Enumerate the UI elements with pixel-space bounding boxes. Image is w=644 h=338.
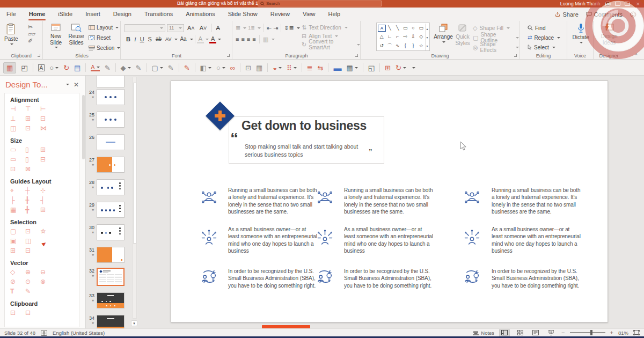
font-name-combo[interactable] — [125, 24, 165, 32]
tab-help[interactable]: Help — [322, 8, 347, 21]
cut-icon[interactable]: ✂ — [28, 24, 35, 30]
slide-thumbnail[interactable] — [97, 202, 125, 218]
search-input[interactable] — [266, 1, 363, 6]
justify-icon[interactable]: ≡ — [252, 36, 255, 42]
tab-view[interactable]: View — [296, 8, 322, 21]
media-icon[interactable]: ▦ — [346, 64, 357, 71]
add-element-icon[interactable]: ⊞ — [385, 64, 391, 71]
clipboard-paste-tool-icon[interactable]: ⊟ — [25, 309, 40, 317]
character-spacing-button[interactable]: AV — [164, 35, 173, 43]
tab-slide-show[interactable]: Slide Show — [222, 8, 264, 21]
tab-file[interactable]: File — [0, 8, 23, 21]
format-painter-icon[interactable]: ✐ — [28, 38, 35, 44]
select-invert-tool-icon[interactable]: ⊟ — [25, 247, 40, 255]
sound-icon[interactable]: ◱ — [368, 64, 375, 71]
align-right-tool-icon[interactable]: ⊢ — [40, 105, 55, 113]
columns-icon[interactable]: ▥ — [263, 36, 268, 42]
slide-thumbnail[interactable] — [97, 134, 125, 150]
format-brush-icon[interactable]: ↻ — [63, 64, 69, 71]
slide-title[interactable]: Get down to business — [241, 119, 367, 133]
gradient-icon[interactable]: ◧ — [200, 64, 211, 71]
select-same-fill-tool-icon[interactable]: ▢ — [10, 227, 25, 236]
align-right-icon[interactable]: ≡ — [247, 36, 250, 42]
panel-scrollbar[interactable] — [82, 95, 85, 159]
shape-gallery-icon[interactable]: ○ — [49, 64, 58, 71]
shapes-gallery-scrollbar[interactable]: ▲▼▼ — [425, 24, 429, 50]
same-height-tool-icon[interactable]: ▯ — [25, 146, 40, 154]
shrink-font-button[interactable]: A˅ — [198, 24, 209, 32]
shape-effects-button[interactable]: ◎Shape Effects — [473, 43, 519, 51]
line-spacing-icon[interactable]: ⇕≣ — [284, 25, 294, 31]
guide-table-tool-icon[interactable]: ⊞ — [40, 206, 55, 214]
guide-full-tool-icon[interactable]: ╋ — [25, 206, 40, 214]
tab-home[interactable]: Home — [23, 8, 52, 21]
right-brace-shape-icon[interactable]: } — [409, 41, 418, 50]
aspect-ratio-icon[interactable]: ▦ — [256, 64, 262, 71]
strikethrough-button[interactable]: ab — [154, 35, 163, 43]
paint-bucket-icon[interactable]: ◒ — [273, 64, 282, 71]
rectangle-shape-icon[interactable]: ▭ — [401, 24, 409, 32]
vector-fragment-tool-icon[interactable]: ⊗ — [40, 278, 55, 286]
guide-left-tool-icon[interactable]: ├ — [10, 196, 25, 204]
select-button[interactable]: Select — [528, 43, 560, 51]
panel-dropdown-icon[interactable] — [66, 84, 69, 85]
person-bulb-recognition-icon[interactable] — [316, 268, 334, 285]
slide-sorter-view-button[interactable] — [515, 329, 525, 336]
dictate-button[interactable]: Dictate — [571, 23, 590, 43]
slide-thumbnail[interactable] — [97, 247, 125, 263]
normal-view-button[interactable] — [499, 329, 510, 336]
thumbnails-scrollbar[interactable] — [133, 77, 137, 319]
shape-outline-button[interactable]: ▢Shape Outline — [473, 34, 519, 41]
one-click-optimize-icon[interactable]: ◰ — [21, 64, 27, 71]
text-shadow-button[interactable]: S — [147, 35, 153, 43]
feedback-smiley-icon[interactable] — [630, 11, 636, 18]
layout-button[interactable]: Layout — [89, 24, 120, 32]
person-network-icon[interactable] — [463, 188, 481, 206]
slide-thumbnail[interactable] — [97, 157, 125, 173]
present-online-icon[interactable] — [615, 2, 620, 6]
refresh-icon[interactable]: ↻ — [396, 64, 406, 71]
smart-grid-icon[interactable]: ⠿ — [287, 64, 297, 71]
crop-icon[interactable]: ⊡ — [245, 64, 251, 71]
same-size-tool-icon[interactable]: ⊞ — [40, 146, 55, 154]
elbow-shape-icon[interactable]: ∟ — [386, 32, 394, 41]
outline-picker-icon[interactable]: ✎ — [168, 64, 174, 71]
guide-grid-tool-icon[interactable]: ▦ — [10, 206, 25, 214]
tab-review[interactable]: Review — [264, 8, 296, 21]
fill-color-icon[interactable]: ◆ — [121, 64, 131, 71]
triangle-shape-icon[interactable]: △ — [378, 32, 386, 41]
clipboard-copy-tool-icon[interactable]: ⊡ — [10, 309, 25, 317]
increase-indent-icon[interactable]: ⇥ — [273, 25, 278, 31]
grid-text[interactable]: Running a small business can be both a l… — [492, 187, 582, 215]
stretch-width-tool-icon[interactable]: ▭ — [10, 156, 25, 164]
thumbnails-collapse-icon[interactable]: ▼ — [131, 320, 137, 326]
grid-text[interactable]: As a small business owner—or at least so… — [344, 226, 434, 254]
text-direction-button[interactable]: ⇅Text Direction — [302, 24, 360, 31]
underline-button[interactable]: U — [138, 35, 146, 43]
tab-animations[interactable]: Animations — [179, 8, 221, 21]
zoom-slider[interactable] — [570, 332, 605, 333]
drawing-dialog-launcher[interactable] — [514, 54, 517, 57]
bullets-icon[interactable]: ≣ — [236, 25, 240, 31]
star-shape-icon[interactable]: ☆ — [417, 41, 425, 50]
vector-text-tool-icon[interactable]: T — [10, 288, 25, 296]
zoom-out-button[interactable]: − — [561, 330, 565, 336]
vector-pen-tool-icon[interactable]: ✎ — [25, 288, 40, 296]
magic-select-tool-icon[interactable]: ☆ — [40, 227, 55, 236]
left-brace-shape-icon[interactable]: { — [401, 41, 409, 50]
freeform-shape-icon[interactable]: ⌐ — [393, 32, 401, 41]
reset-size-tool-icon[interactable]: ⊠ — [25, 165, 40, 173]
person-bulb-recognition-icon[interactable] — [200, 268, 218, 285]
rounded-rect-shape-icon[interactable]: ▭ — [417, 24, 425, 32]
shape-style-icon[interactable]: ○ — [216, 64, 225, 71]
person-bulb-recognition-icon[interactable] — [463, 268, 481, 285]
mirror-icon[interactable]: ⇆ — [318, 64, 324, 71]
down-arrow-shape-icon[interactable]: ⇩ — [409, 32, 418, 41]
fit-slide-to-window-icon[interactable] — [633, 330, 640, 335]
person-network-icon[interactable] — [316, 188, 334, 206]
copy-icon[interactable]: ▱▱ — [28, 32, 35, 36]
lock-ratio-tool-icon[interactable]: ⊡ — [10, 165, 25, 173]
collapse-ribbon-icon[interactable]: ˄ — [635, 52, 638, 57]
scribble-shape-icon[interactable]: ↺ — [378, 41, 386, 50]
change-case-button[interactable]: Aa — [178, 35, 188, 43]
